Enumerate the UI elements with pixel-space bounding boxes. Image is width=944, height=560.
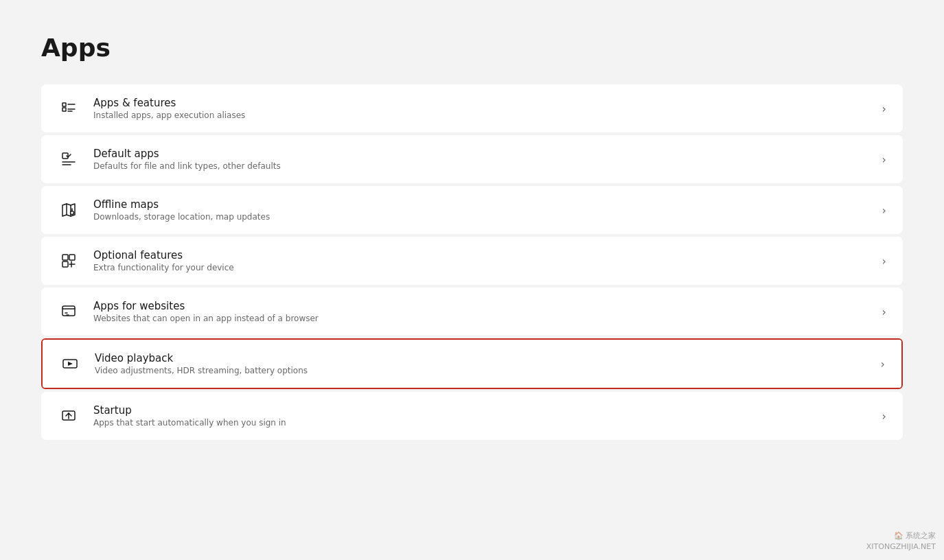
svg-rect-0 xyxy=(62,103,66,106)
default-apps-icon xyxy=(58,148,80,170)
default-apps-chevron: › xyxy=(882,153,886,166)
watermark: 🏠 系统之家 XITONGZHIJIA.NET xyxy=(866,530,936,552)
video-playback-item[interactable]: Video playback Video adjustments, HDR st… xyxy=(43,340,901,388)
optional-features-subtitle: Extra functionality for your device xyxy=(93,263,871,272)
apps-features-content: Apps & features Installed apps, app exec… xyxy=(93,97,871,120)
optional-features-title: Optional features xyxy=(93,249,871,261)
default-apps-subtitle: Defaults for file and link types, other … xyxy=(93,161,871,171)
offline-maps-title: Offline maps xyxy=(93,198,871,211)
watermark-icon: 🏠 xyxy=(894,531,903,540)
video-playback-content: Video playback Video adjustments, HDR st… xyxy=(95,352,870,375)
offline-maps-content: Offline maps Downloads, storage location… xyxy=(93,198,871,222)
video-playback-card: Video playback Video adjustments, HDR st… xyxy=(41,338,903,389)
default-apps-card: Default apps Defaults for file and link … xyxy=(41,135,903,183)
offline-maps-subtitle: Downloads, storage location, map updates xyxy=(93,212,871,222)
apps-features-item[interactable]: Apps & features Installed apps, app exec… xyxy=(41,84,903,132)
offline-maps-icon xyxy=(58,199,80,221)
apps-for-websites-title: Apps for websites xyxy=(93,300,871,312)
offline-maps-card: Offline maps Downloads, storage location… xyxy=(41,186,903,234)
optional-features-content: Optional features Extra functionality fo… xyxy=(93,249,871,272)
optional-features-item[interactable]: Optional features Extra functionality fo… xyxy=(41,237,903,285)
watermark-line1: 系统之家 xyxy=(906,531,936,540)
apps-for-websites-content: Apps for websites Websites that can open… xyxy=(93,300,871,323)
optional-features-card: Optional features Extra functionality fo… xyxy=(41,237,903,285)
apps-for-websites-chevron: › xyxy=(882,305,886,318)
startup-icon xyxy=(58,405,80,427)
optional-features-icon xyxy=(58,250,80,272)
video-playback-subtitle: Video adjustments, HDR streaming, batter… xyxy=(95,366,870,375)
default-apps-item[interactable]: Default apps Defaults for file and link … xyxy=(41,135,903,183)
offline-maps-chevron: › xyxy=(882,204,886,217)
offline-maps-item[interactable]: Offline maps Downloads, storage location… xyxy=(41,186,903,234)
settings-list: Apps & features Installed apps, app exec… xyxy=(41,84,903,443)
svg-rect-15 xyxy=(62,261,68,267)
apps-features-icon xyxy=(58,97,80,119)
video-playback-chevron: › xyxy=(881,358,885,371)
svg-rect-14 xyxy=(69,255,75,260)
startup-card: Startup Apps that start automatically wh… xyxy=(41,392,903,440)
page-container: Apps Apps & features Installed apps, app… xyxy=(0,0,944,476)
apps-for-websites-card: Apps for websites Websites that can open… xyxy=(41,288,903,336)
svg-rect-18 xyxy=(62,306,75,316)
apps-for-websites-item[interactable]: Apps for websites Websites that can open… xyxy=(41,288,903,336)
watermark-line2: XITONGZHIJIA.NET xyxy=(866,542,936,551)
video-playback-title: Video playback xyxy=(95,352,870,364)
svg-rect-13 xyxy=(62,255,68,260)
startup-item[interactable]: Startup Apps that start automatically wh… xyxy=(41,392,903,440)
startup-subtitle: Apps that start automatically when you s… xyxy=(93,418,871,428)
apps-features-card: Apps & features Installed apps, app exec… xyxy=(41,84,903,132)
apps-features-subtitle: Installed apps, app execution aliases xyxy=(93,110,871,120)
apps-for-websites-subtitle: Websites that can open in an app instead… xyxy=(93,314,871,323)
startup-content: Startup Apps that start automatically wh… xyxy=(93,404,871,428)
apps-for-websites-icon xyxy=(58,301,80,323)
startup-chevron: › xyxy=(882,410,886,423)
apps-features-title: Apps & features xyxy=(93,97,871,109)
default-apps-content: Default apps Defaults for file and link … xyxy=(93,148,871,171)
video-playback-icon xyxy=(59,353,81,375)
page-title: Apps xyxy=(41,33,903,62)
default-apps-title: Default apps xyxy=(93,148,871,160)
startup-title: Startup xyxy=(93,404,871,417)
optional-features-chevron: › xyxy=(882,255,886,268)
svg-rect-1 xyxy=(62,108,66,111)
svg-marker-23 xyxy=(68,362,73,366)
apps-features-chevron: › xyxy=(882,102,886,115)
